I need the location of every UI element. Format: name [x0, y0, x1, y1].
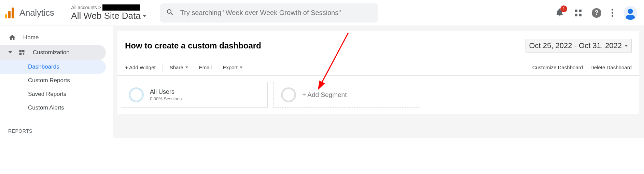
toolbar-right: Customize Dashboard Delete Dashboard — [532, 64, 632, 70]
customize-dashboard-button[interactable]: Customize Dashboard — [532, 64, 583, 70]
search-input[interactable] — [180, 9, 372, 17]
sidebar-sub-custom-alerts[interactable]: Custom Alerts — [0, 101, 106, 115]
svg-rect-3 — [19, 53, 22, 55]
segment-circle-icon — [281, 87, 296, 102]
user-avatar[interactable] — [624, 6, 637, 20]
notifications-button[interactable]: 1 — [555, 8, 564, 18]
svg-point-0 — [628, 9, 633, 14]
add-segment-button[interactable]: + Add Segment — [273, 82, 420, 108]
caret-down-icon — [185, 67, 188, 68]
sidebar-sub-dashboards[interactable]: Dashboards — [0, 60, 106, 74]
search-icon — [166, 8, 174, 18]
share-button[interactable]: Share — [164, 64, 194, 70]
segment-card-all-users[interactable]: All Users 0.00% Sessions — [121, 82, 268, 108]
svg-rect-1 — [19, 50, 22, 53]
add-segment-label: + Add Segment — [302, 91, 347, 99]
more-menu-icon[interactable] — [612, 9, 613, 17]
segment-subtitle: 0.00% Sessions — [150, 96, 182, 101]
customization-icon — [18, 49, 26, 56]
caret-down-icon — [8, 49, 12, 56]
caret-down-icon — [143, 15, 146, 17]
notification-badge: 1 — [560, 5, 567, 12]
date-range-picker[interactable]: Oct 25, 2022 - Oct 31, 2022 — [526, 39, 632, 53]
sidebar-customization-label: Customization — [33, 49, 70, 56]
delete-dashboard-button[interactable]: Delete Dashboard — [590, 64, 632, 70]
add-widget-button[interactable]: + Add Widget — [125, 64, 161, 70]
dashboard-card: How to create a custom dashboard Oct 25,… — [117, 31, 639, 114]
main-layout: Home Customization Dashboards Custom Rep… — [0, 26, 644, 138]
sidebar-sub-saved-reports[interactable]: Saved Reports — [0, 87, 106, 101]
breadcrumb-separator: > — [98, 5, 101, 10]
breadcrumb-prefix: All accounts — [71, 5, 97, 10]
svg-rect-2 — [22, 50, 25, 53]
avatar-icon — [624, 6, 637, 20]
view-name: All Web Site Data — [71, 11, 140, 21]
email-button[interactable]: Email — [194, 64, 218, 70]
dashboard-toolbar: + Add Widget Share Email Export — [117, 59, 639, 76]
dashboard-title: How to create a custom dashboard — [125, 41, 261, 50]
sidebar-sub-custom-reports[interactable]: Custom Reports — [0, 74, 106, 87]
search-wrap — [160, 3, 378, 23]
account-switcher[interactable]: All accounts > All Web Site Data — [71, 4, 146, 21]
apps-grid-icon[interactable] — [575, 10, 582, 16]
sidebar-item-home[interactable]: Home — [0, 30, 106, 45]
main-content: How to create a custom dashboard Oct 25,… — [113, 26, 644, 138]
segment-title: All Users — [150, 88, 182, 96]
export-button[interactable]: Export — [217, 64, 248, 70]
date-range-text: Oct 25, 2022 - Oct 31, 2022 — [529, 41, 622, 50]
home-icon — [8, 34, 16, 41]
search-box[interactable] — [160, 3, 378, 23]
segment-circle-icon — [129, 87, 144, 102]
sidebar-item-customization[interactable]: Customization — [0, 45, 106, 60]
dashboard-header: How to create a custom dashboard Oct 25,… — [117, 31, 639, 59]
sidebar: Home Customization Dashboards Custom Rep… — [0, 26, 113, 138]
account-name-redacted — [102, 4, 140, 11]
help-icon[interactable]: ? — [592, 8, 601, 18]
caret-down-icon — [240, 67, 242, 68]
product-name: Analytics — [19, 8, 54, 18]
top-right-actions: 1 ? — [555, 6, 637, 20]
view-selector[interactable]: All Web Site Data — [71, 11, 146, 21]
top-header: Analytics All accounts > All Web Site Da… — [0, 0, 644, 26]
account-breadcrumb: All accounts > — [71, 4, 146, 11]
segments-row: All Users 0.00% Sessions + Add Segment — [117, 76, 639, 114]
analytics-logo-icon — [5, 8, 14, 18]
sidebar-home-label: Home — [23, 34, 39, 41]
caret-down-icon — [625, 45, 628, 47]
product-logo-block[interactable]: Analytics — [5, 8, 54, 18]
sidebar-reports-header: REPORTS — [0, 115, 113, 138]
segment-text: All Users 0.00% Sessions — [150, 88, 182, 101]
toolbar-divider — [163, 63, 163, 72]
toolbar-left: + Add Widget Share Email Export — [125, 63, 248, 72]
